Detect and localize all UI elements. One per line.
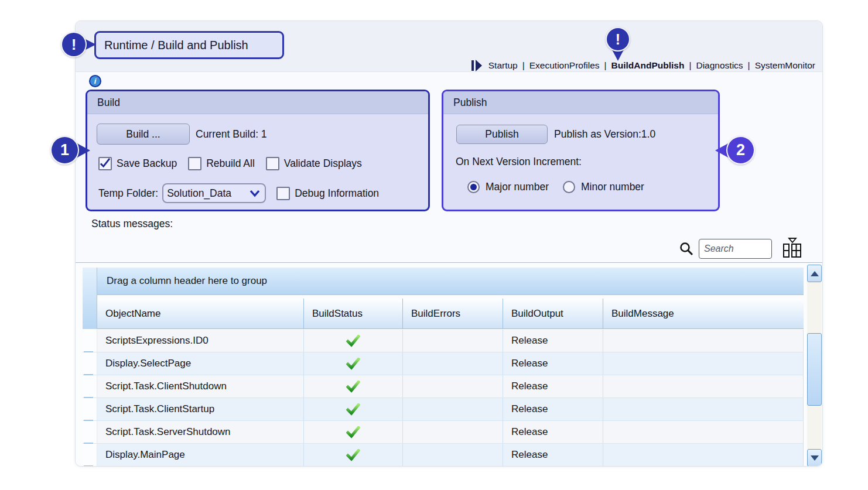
major-number-radio[interactable] (467, 181, 480, 193)
cell-objectname: Script.Task.ClientStartup (97, 398, 303, 420)
scroll-thumb[interactable] (807, 333, 822, 406)
nav-separator: | (604, 60, 607, 71)
temp-folder-value: Solution_Data (167, 187, 231, 200)
table-row[interactable]: Script.Task.ClientShutdown Release (83, 375, 804, 398)
check-icon (100, 157, 111, 169)
nav-separator: | (748, 60, 750, 71)
success-check-icon (346, 449, 360, 461)
success-check-icon (346, 381, 360, 393)
page-title-box: Runtime / Build and Publish (94, 31, 284, 59)
cell-builderrors (402, 330, 503, 352)
page-title: Runtime / Build and Publish (104, 39, 248, 52)
publish-version-label: Publish as Version:1.0 (554, 128, 655, 141)
build-panel-title: Build (97, 97, 120, 109)
table-row[interactable]: Display.MainPage Release (83, 444, 804, 467)
row-handle[interactable] (83, 330, 97, 352)
temp-folder-dropdown[interactable]: Solution_Data (162, 183, 266, 203)
row-handle[interactable] (83, 398, 97, 420)
row-handle[interactable] (83, 352, 97, 375)
nav-separator: | (689, 60, 691, 71)
annotation-title-marker: ! (61, 32, 87, 57)
table-row[interactable]: Script.Task.ServerShutdown Release (83, 421, 804, 444)
rebuild-all-checkbox[interactable] (188, 157, 201, 170)
scroll-up-button[interactable] (807, 265, 822, 282)
cell-buildstatus (303, 398, 402, 420)
nav-item-executionprofiles[interactable]: ExecutionProfiles (529, 60, 600, 71)
nav-item-startup[interactable]: Startup (488, 60, 518, 71)
search-input[interactable] (699, 239, 772, 259)
cell-buildmessage (603, 421, 804, 443)
cell-objectname: Display.MainPage (97, 444, 303, 466)
debug-information-checkbox[interactable] (276, 187, 290, 200)
publish-panel-header: Publish (443, 91, 718, 114)
increment-label: On Next Version Increment: (456, 156, 582, 168)
grid-header-row: ObjectName BuildStatus BuildErrors Build… (97, 299, 804, 329)
column-header-buildoutput[interactable]: BuildOutput (503, 299, 603, 328)
annotation-nav-marker: ! (606, 27, 630, 52)
save-backup-option[interactable]: Save Backup (98, 157, 177, 170)
cell-buildstatus (303, 375, 402, 398)
vertical-scrollbar[interactable] (807, 265, 822, 467)
column-header-builderrors[interactable]: BuildErrors (402, 299, 503, 328)
debug-information-option[interactable]: Debug Information (276, 187, 379, 200)
temp-folder-label: Temp Folder: (98, 187, 158, 200)
cell-buildstatus (303, 444, 402, 466)
nav-item-buildandpublish[interactable]: BuildAndPublish (611, 60, 685, 71)
grid-gutter-header (83, 268, 97, 329)
success-check-icon (346, 426, 360, 438)
cell-buildoutput: Release (503, 352, 603, 375)
cell-builderrors (402, 444, 503, 466)
cell-buildmessage (603, 398, 804, 420)
row-handle[interactable] (83, 444, 97, 466)
cell-buildoutput: Release (503, 330, 603, 352)
cell-buildoutput: Release (503, 444, 603, 466)
current-build-label: Current Build: 1 (196, 128, 267, 141)
cell-objectname: Display.SelectPage (97, 352, 303, 375)
chevron-down-icon (250, 190, 260, 197)
build-results-grid: Drag a column header here to group Objec… (76, 262, 823, 467)
success-check-icon (346, 358, 360, 370)
column-header-buildmessage[interactable]: BuildMessage (603, 299, 804, 328)
table-row[interactable]: Script.Task.ClientStartup Release (83, 398, 804, 421)
cell-builderrors (402, 352, 503, 375)
publish-button[interactable]: Publish (456, 125, 548, 144)
table-row[interactable]: ScriptsExpressions.ID0 Release (83, 330, 804, 352)
save-backup-checkbox[interactable] (98, 157, 112, 170)
validate-displays-checkbox[interactable] (266, 157, 279, 170)
search-icon[interactable] (679, 241, 694, 256)
status-messages-label: Status messages: (91, 218, 173, 230)
column-header-objectname[interactable]: ObjectName (97, 299, 303, 328)
info-icon[interactable]: i (89, 75, 101, 87)
publish-panel: Publish Publish Publish as Version:1.0 O… (442, 90, 720, 211)
row-handle[interactable] (83, 375, 97, 398)
cell-buildstatus (303, 352, 402, 375)
scroll-down-button[interactable] (807, 449, 822, 467)
scroll-track[interactable] (807, 282, 822, 449)
nav-separator: | (522, 60, 525, 71)
minor-number-option[interactable]: Minor number (563, 181, 644, 193)
validate-displays-option[interactable]: Validate Displays (266, 157, 362, 170)
row-handle[interactable] (83, 421, 97, 443)
cell-builderrors (402, 421, 503, 443)
cell-buildmessage (603, 352, 804, 375)
build-button[interactable]: Build ... (97, 124, 190, 145)
cell-objectname: Script.Task.ServerShutdown (97, 421, 303, 443)
major-number-option[interactable]: Major number (467, 181, 549, 193)
arrow-up-icon (811, 271, 819, 276)
nav-item-systemmonitor[interactable]: SystemMonitor (755, 60, 815, 71)
column-chooser-icon[interactable] (782, 236, 803, 259)
table-row[interactable]: Display.SelectPage Release (83, 352, 804, 375)
group-by-band[interactable]: Drag a column header here to group (97, 268, 804, 295)
success-check-icon (346, 403, 360, 416)
annotation-badge-2: 2 (726, 136, 755, 165)
cell-buildmessage (603, 375, 804, 398)
success-check-icon (346, 335, 360, 347)
column-header-buildstatus[interactable]: BuildStatus (303, 299, 402, 328)
nav-item-diagnostics[interactable]: Diagnostics (696, 60, 743, 71)
cell-builderrors (402, 398, 503, 420)
cell-buildoutput: Release (503, 398, 603, 420)
page: Runtime / Build and Publish Startup|Exec… (0, 0, 868, 490)
minor-number-radio[interactable] (563, 181, 575, 193)
rebuild-all-option[interactable]: Rebuild All (188, 157, 255, 170)
publish-panel-title: Publish (453, 97, 487, 109)
